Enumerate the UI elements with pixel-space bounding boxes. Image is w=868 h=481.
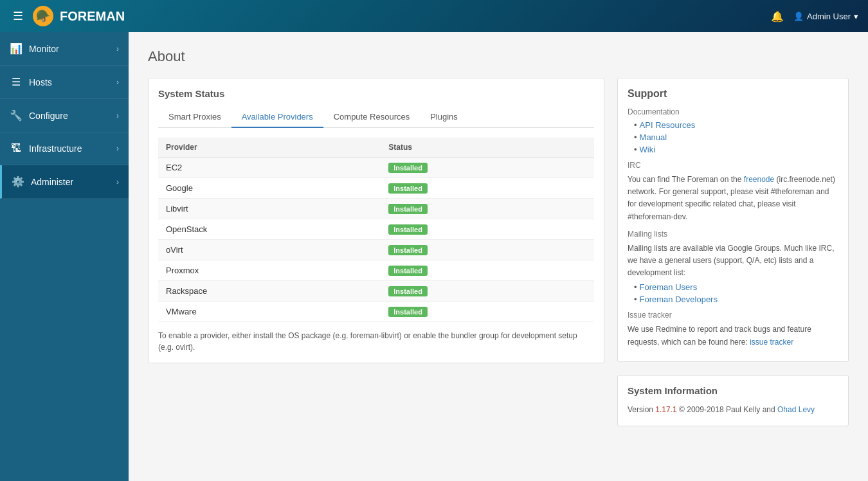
status-badge: Installed xyxy=(388,245,428,255)
main-content: About System Status Smart Proxies Availa… xyxy=(129,32,868,481)
provider-status: Installed xyxy=(381,302,594,322)
support-heading: Support xyxy=(628,88,838,100)
chevron-right-icon: › xyxy=(116,177,119,186)
status-tabs: Smart Proxies Available Providers Comput… xyxy=(158,107,594,128)
table-row: LibvirtInstalled xyxy=(158,199,594,219)
chevron-right-icon: › xyxy=(116,44,119,53)
navbar-right: 🔔 👤 Admin User ▾ xyxy=(771,10,858,23)
col-status: Status xyxy=(381,138,594,158)
chevron-right-icon: › xyxy=(116,111,119,120)
sidebar-item-monitor[interactable]: 📊 Monitor › xyxy=(0,32,129,66)
provider-name: EC2 xyxy=(158,158,381,178)
irc-label: IRC xyxy=(628,161,838,170)
manual-link[interactable]: Manual xyxy=(640,132,667,142)
wiki-link[interactable]: Wiki xyxy=(640,145,656,154)
right-column: Support Documentation API Resources Manu… xyxy=(617,78,849,426)
version-label: Version xyxy=(628,405,655,414)
sidebar-item-configure[interactable]: 🔧 Configure › xyxy=(0,99,129,132)
sidebar-item-administer[interactable]: ⚙️ Administer › xyxy=(0,165,129,199)
hamburger-icon[interactable]: ☰ xyxy=(10,6,26,26)
provider-status: Installed xyxy=(381,178,594,199)
list-item-api: API Resources xyxy=(634,120,838,130)
issue-tracker-link[interactable]: issue tracker xyxy=(750,338,793,347)
user-menu[interactable]: 👤 Admin User ▾ xyxy=(793,12,858,21)
table-row: VMwareInstalled xyxy=(158,302,594,322)
table-row: GoogleInstalled xyxy=(158,178,594,199)
support-panel: Support Documentation API Resources Manu… xyxy=(617,78,849,362)
provider-status: Installed xyxy=(381,260,594,281)
provider-name: Libvirt xyxy=(158,199,381,219)
configure-icon: 🔧 xyxy=(10,109,23,122)
provider-status: Installed xyxy=(381,240,594,260)
ohad-link[interactable]: Ohad Levy xyxy=(777,405,815,414)
freenode-link[interactable]: freenode xyxy=(744,175,774,184)
sidebar-label-configure: Configure xyxy=(29,111,68,121)
provider-name: OpenStack xyxy=(158,219,381,240)
user-dropdown-icon: ▾ xyxy=(854,12,858,21)
provider-table: Provider Status EC2InstalledGoogleInstal… xyxy=(158,138,594,322)
foreman-users-link[interactable]: Foreman Users xyxy=(640,282,698,292)
system-info-heading: System Information xyxy=(628,385,838,396)
col-provider: Provider xyxy=(158,138,381,158)
list-item-foreman-developers: Foreman Developers xyxy=(634,295,838,304)
status-badge: Installed xyxy=(388,163,428,173)
version-text: Version 1.17.1 © 2009-2018 Paul Kelly an… xyxy=(628,404,838,416)
sidebar-label-monitor: Monitor xyxy=(29,44,59,54)
administer-icon: ⚙️ xyxy=(12,176,24,188)
status-badge: Installed xyxy=(388,286,428,296)
documentation-label: Documentation xyxy=(628,107,838,116)
documentation-links: API Resources Manual Wiki xyxy=(628,120,838,154)
irc-text: You can find The Foreman on the freenode… xyxy=(628,174,838,223)
tab-plugins[interactable]: Plugins xyxy=(420,107,468,128)
layout: 📊 Monitor › ☰ Hosts › 🔧 Configure › 🏗 In… xyxy=(0,32,868,481)
table-row: EC2Installed xyxy=(158,158,594,178)
issue-tracker-label: Issue tracker xyxy=(628,311,838,320)
sidebar-label-administer: Administer xyxy=(31,177,73,187)
provider-status: Installed xyxy=(381,199,594,219)
provider-note: To enable a provider, either install the… xyxy=(158,330,594,353)
table-row: oVirtInstalled xyxy=(158,240,594,260)
mailing-text: Mailing lists are available via Google G… xyxy=(628,242,838,280)
sidebar-item-hosts[interactable]: ☰ Hosts › xyxy=(0,66,129,99)
monitor-icon: 📊 xyxy=(10,42,23,55)
content-grid: System Status Smart Proxies Available Pr… xyxy=(148,78,849,426)
user-label: Admin User xyxy=(807,12,851,21)
status-badge: Installed xyxy=(388,183,428,194)
tab-compute-resources[interactable]: Compute Resources xyxy=(323,107,420,128)
api-resources-link[interactable]: API Resources xyxy=(640,120,696,130)
status-badge: Installed xyxy=(388,307,428,317)
hosts-icon: ☰ xyxy=(10,76,23,88)
navbar: ☰ 🪖 FOREMAN 🔔 👤 Admin User ▾ xyxy=(0,0,868,32)
system-info-body: System Information Version 1.17.1 © 2009… xyxy=(618,376,848,426)
status-badge: Installed xyxy=(388,266,428,276)
status-badge: Installed xyxy=(388,204,428,214)
list-item-manual: Manual xyxy=(634,132,838,142)
irc-text-before: You can find The Foreman on the xyxy=(628,175,744,184)
provider-status: Installed xyxy=(381,281,594,302)
provider-name: oVirt xyxy=(158,240,381,260)
tab-available-providers[interactable]: Available Providers xyxy=(231,107,323,128)
provider-name: Google xyxy=(158,178,381,199)
notifications-bell-icon[interactable]: 🔔 xyxy=(771,10,784,23)
provider-status: Installed xyxy=(381,158,594,178)
list-item-foreman-users: Foreman Users xyxy=(634,282,838,292)
brand-logo: 🪖 xyxy=(33,6,53,26)
sidebar-label-infrastructure: Infrastructure xyxy=(29,143,82,154)
tab-smart-proxies[interactable]: Smart Proxies xyxy=(158,107,231,128)
status-badge: Installed xyxy=(388,224,428,235)
system-status-panel: System Status Smart Proxies Available Pr… xyxy=(148,78,604,363)
sidebar-label-hosts: Hosts xyxy=(29,77,52,87)
table-row: OpenStackInstalled xyxy=(158,219,594,240)
foreman-developers-link[interactable]: Foreman Developers xyxy=(640,295,718,304)
table-row: RackspaceInstalled xyxy=(158,281,594,302)
page-title: About xyxy=(148,48,849,65)
version-number-link[interactable]: 1.17.1 xyxy=(655,405,676,414)
issue-tracker-text: We use Redmine to report and track bugs … xyxy=(628,323,838,348)
sidebar: 📊 Monitor › ☰ Hosts › 🔧 Configure › 🏗 In… xyxy=(0,32,129,481)
table-row: ProxmoxInstalled xyxy=(158,260,594,281)
system-status-body: System Status Smart Proxies Available Pr… xyxy=(149,78,604,363)
system-info-panel: System Information Version 1.17.1 © 2009… xyxy=(617,375,849,426)
chevron-right-icon: › xyxy=(116,78,119,87)
sidebar-item-infrastructure[interactable]: 🏗 Infrastructure › xyxy=(0,132,129,165)
provider-name: Proxmox xyxy=(158,260,381,281)
